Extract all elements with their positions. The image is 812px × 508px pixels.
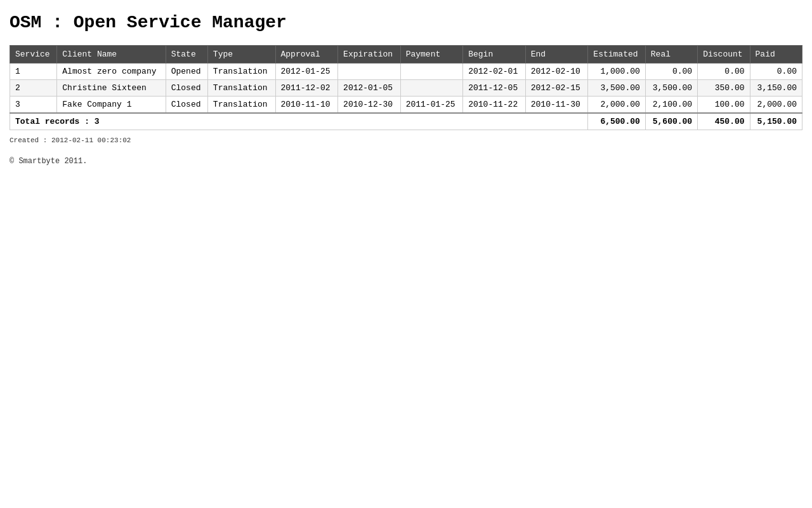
cell-state-3: Closed	[166, 97, 207, 114]
cell-service-3: 3	[10, 97, 57, 114]
cell-paid-1: 0.00	[750, 64, 802, 80]
table-header-row: Service Client Name State Type Approval …	[10, 46, 802, 64]
cell-begin-1: 2012-02-01	[463, 64, 526, 80]
cell-service-2: 2	[10, 80, 57, 97]
cell-expiration-3: 2010-12-30	[338, 97, 401, 114]
col-header-state: State	[166, 46, 207, 64]
table-row: 3 Fake Company 1 Closed Translation 2010…	[10, 97, 802, 114]
totals-discount: 450.00	[698, 113, 750, 130]
cell-real-3: 2,100.00	[645, 97, 697, 114]
cell-estimated-1: 1,000.00	[588, 64, 645, 80]
cell-payment-2	[400, 80, 463, 97]
col-header-estimated: Estimated	[588, 46, 645, 64]
cell-approval-2: 2011-12-02	[275, 80, 338, 97]
cell-state-2: Closed	[166, 80, 207, 97]
cell-begin-3: 2010-11-22	[463, 97, 526, 114]
cell-real-1: 0.00	[645, 64, 697, 80]
cell-expiration-2: 2012-01-05	[338, 80, 401, 97]
cell-expiration-1	[338, 64, 401, 80]
table-totals-row: Total records : 3 6,500.00 5,600.00 450.…	[10, 113, 802, 130]
cell-client-name-2: Christine Sixteen	[57, 80, 166, 97]
totals-label: Total records : 3	[10, 113, 588, 130]
col-header-approval: Approval	[275, 46, 338, 64]
cell-approval-1: 2012-01-25	[275, 64, 338, 80]
col-header-paid: Paid	[750, 46, 802, 64]
cell-estimated-3: 2,000.00	[588, 97, 645, 114]
totals-paid: 5,150.00	[750, 113, 802, 130]
cell-estimated-2: 3,500.00	[588, 80, 645, 97]
col-header-payment: Payment	[400, 46, 463, 64]
cell-end-2: 2012-02-15	[525, 80, 588, 97]
col-header-client-name: Client Name	[57, 46, 166, 64]
col-header-end: End	[525, 46, 588, 64]
cell-discount-2: 350.00	[698, 80, 750, 97]
col-header-type: Type	[207, 46, 275, 64]
cell-end-1: 2012-02-10	[525, 64, 588, 80]
cell-type-2: Translation	[207, 80, 275, 97]
totals-estimated: 6,500.00	[588, 113, 645, 130]
col-header-service: Service	[10, 46, 57, 64]
table-row: 1 Almost zero company Opened Translation…	[10, 64, 802, 80]
cell-end-3: 2010-11-30	[525, 97, 588, 114]
cell-type-3: Translation	[207, 97, 275, 114]
cell-payment-1	[400, 64, 463, 80]
cell-type-1: Translation	[207, 64, 275, 80]
cell-discount-1: 0.00	[698, 64, 750, 80]
col-header-real: Real	[645, 46, 697, 64]
services-table: Service Client Name State Type Approval …	[10, 45, 802, 130]
cell-approval-3: 2010-11-10	[275, 97, 338, 114]
col-header-begin: Begin	[463, 46, 526, 64]
col-header-discount: Discount	[698, 46, 750, 64]
cell-client-name-3: Fake Company 1	[57, 97, 166, 114]
cell-service-1: 1	[10, 64, 57, 80]
table-row: 2 Christine Sixteen Closed Translation 2…	[10, 80, 802, 97]
cell-begin-2: 2011-12-05	[463, 80, 526, 97]
cell-paid-2: 3,150.00	[750, 80, 802, 97]
col-header-expiration: Expiration	[338, 46, 401, 64]
copyright: © Smartbyte 2011.	[10, 157, 802, 166]
cell-payment-3: 2011-01-25	[400, 97, 463, 114]
created-info: Created : 2012-02-11 00:23:02	[10, 137, 802, 144]
cell-real-2: 3,500.00	[645, 80, 697, 97]
cell-paid-3: 2,000.00	[750, 97, 802, 114]
app-title: OSM : Open Service Manager	[10, 13, 802, 32]
totals-real: 5,600.00	[645, 113, 697, 130]
cell-state-1: Opened	[166, 64, 207, 80]
cell-discount-3: 100.00	[698, 97, 750, 114]
cell-client-name-1: Almost zero company	[57, 64, 166, 80]
